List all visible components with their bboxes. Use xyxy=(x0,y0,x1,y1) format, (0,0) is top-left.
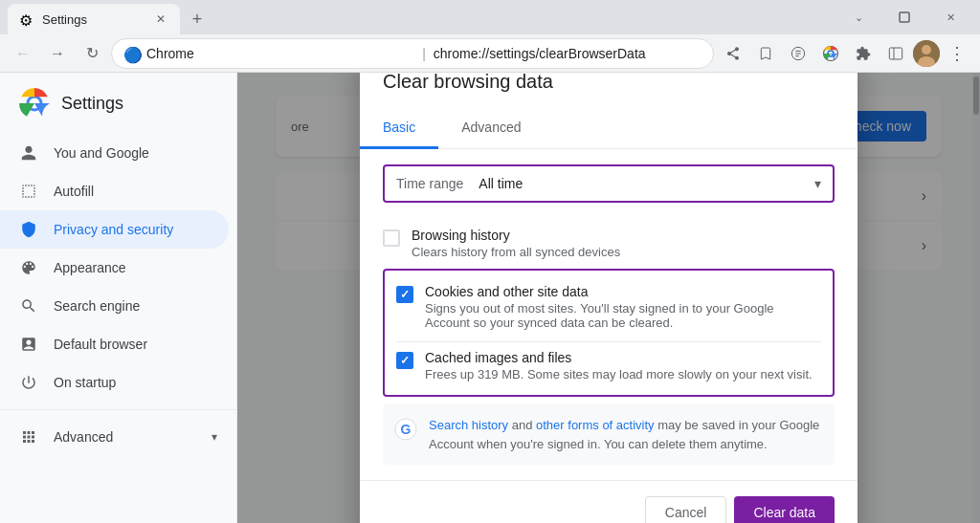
svg-rect-4 xyxy=(889,48,902,59)
sidebar-label-advanced: Advanced xyxy=(54,429,113,445)
cached-text: Cached images and files Frees up 319 MB.… xyxy=(425,350,813,381)
shield-icon xyxy=(19,221,38,238)
modal-title: Clear browsing data xyxy=(383,73,835,93)
clear-data-button[interactable]: Clear data xyxy=(734,496,835,523)
minimize-button[interactable]: ⌄ xyxy=(836,4,880,31)
cookies-checkbox[interactable] xyxy=(396,286,413,303)
time-range-select[interactable]: All time ▾ xyxy=(479,176,821,191)
browsing-history-label: Browsing history xyxy=(412,228,620,243)
cookies-label: Cookies and other site data xyxy=(425,284,821,299)
power-icon xyxy=(19,374,38,391)
default-browser-icon xyxy=(19,336,38,353)
sidebar-header: Settings xyxy=(0,73,236,134)
clear-browsing-data-modal: Clear browsing data Basic Advanced Time … xyxy=(360,73,858,523)
menu-button[interactable]: ⋮ xyxy=(942,38,972,69)
main-content: ore Check now › › xyxy=(237,73,980,523)
title-bar: ⚙ Settings ✕ + ⌄ ✕ xyxy=(0,0,980,34)
sidebar-label-privacy: Privacy and security xyxy=(54,222,173,237)
toolbar: ← → ↻ 🔵 Chrome | chrome://settings/clear… xyxy=(0,34,980,73)
svg-point-6 xyxy=(922,45,931,54)
google-info-text: Search history and other forms of activi… xyxy=(429,416,823,453)
other-activity-link[interactable]: other forms of activity xyxy=(536,418,655,432)
svg-text:G: G xyxy=(401,422,412,437)
browsing-history-desc: Clears history from all synced devices xyxy=(412,245,620,259)
toolbar-actions: ⋮ xyxy=(718,38,972,69)
back-button: ← xyxy=(8,38,38,69)
time-range-value: All time xyxy=(479,176,523,191)
new-tab-button[interactable]: + xyxy=(184,6,211,33)
modal-body: Time range All time ▾ Browsin xyxy=(360,149,858,480)
time-range-inner: Time range All time ▾ xyxy=(385,168,833,199)
tab-basic[interactable]: Basic xyxy=(360,108,438,149)
cached-desc: Frees up 319 MB. Some sites may load mor… xyxy=(425,367,813,381)
sidebar-divider xyxy=(0,409,236,410)
modal-header: Clear browsing data xyxy=(360,73,858,93)
sidebar-label-on-startup: On startup xyxy=(54,375,116,390)
cookies-desc: Signs you out of most sites. You'll stay… xyxy=(425,301,821,330)
checkbox-cookies: Cookies and other site data Signs you ou… xyxy=(396,274,821,342)
profile-avatar[interactable] xyxy=(913,40,940,67)
checkbox-browsing-history: Browsing history Clears history from all… xyxy=(383,218,835,269)
cached-label: Cached images and files xyxy=(425,350,813,365)
restore-button[interactable] xyxy=(882,4,926,31)
cancel-button[interactable]: Cancel xyxy=(645,496,727,523)
sidebar-item-advanced[interactable]: Advanced ▾ xyxy=(0,418,236,456)
address-separator: | xyxy=(422,46,426,61)
sidebar-toggle-button[interactable] xyxy=(880,38,911,69)
expand-advanced-icon: ▾ xyxy=(212,430,217,444)
modal-footer: Cancel Clear data xyxy=(360,480,858,523)
sidebar-item-appearance[interactable]: Appearance xyxy=(0,249,229,287)
sidebar-label-search: Search engine xyxy=(54,298,140,314)
sidebar-label-appearance: Appearance xyxy=(54,260,126,275)
browsing-history-checkbox[interactable] xyxy=(383,229,400,247)
address-bar[interactable]: 🔵 Chrome | chrome://settings/clearBrowse… xyxy=(111,38,714,69)
checkbox-cached: Cached images and files Frees up 319 MB.… xyxy=(396,342,821,391)
share-button[interactable] xyxy=(718,38,748,69)
address-brand: Chrome xyxy=(146,46,414,61)
bookmark-button[interactable] xyxy=(750,38,781,69)
content-area: Settings You and Google Autofill Privacy… xyxy=(0,73,980,523)
settings-sidebar: Settings You and Google Autofill Privacy… xyxy=(0,73,237,523)
cookies-text: Cookies and other site data Signs you ou… xyxy=(425,284,821,330)
advanced-icon xyxy=(19,428,38,446)
chrome-button[interactable] xyxy=(815,38,846,69)
sidebar-label-default-browser: Default browser xyxy=(54,337,147,352)
reload-button[interactable]: ↻ xyxy=(77,38,107,69)
browsing-history-text: Browsing history Clears history from all… xyxy=(412,228,620,259)
sidebar-item-privacy[interactable]: Privacy and security xyxy=(0,210,229,249)
sidebar-label-autofill: Autofill xyxy=(54,184,94,199)
person-icon xyxy=(19,144,38,162)
appearance-icon xyxy=(19,259,38,276)
chrome-logo xyxy=(19,88,50,119)
sidebar-item-autofill[interactable]: Autofill xyxy=(0,172,229,210)
active-tab: ⚙ Settings ✕ xyxy=(8,4,180,34)
dropdown-arrow-icon: ▾ xyxy=(814,176,821,191)
time-range-label: Time range xyxy=(396,176,463,191)
cached-checkbox[interactable] xyxy=(396,352,413,369)
autofill-icon xyxy=(19,183,38,200)
sidebar-item-on-startup[interactable]: On startup xyxy=(0,363,229,402)
window-controls: ⌄ ✕ xyxy=(836,4,972,31)
bordered-checkboxes-group: Cookies and other site data Signs you ou… xyxy=(383,269,835,397)
address-url: chrome://settings/clearBrowserData xyxy=(434,46,702,61)
svg-rect-0 xyxy=(900,12,909,22)
extensions-button[interactable] xyxy=(848,38,879,69)
address-favicon: 🔵 xyxy=(123,46,139,61)
search-history-link[interactable]: Search history xyxy=(429,418,508,432)
search-icon xyxy=(19,297,38,315)
sidebar-item-you-google[interactable]: You and Google xyxy=(0,134,229,172)
tab-close-button[interactable]: ✕ xyxy=(153,11,168,27)
reading-list-button[interactable] xyxy=(783,38,813,69)
tab-advanced[interactable]: Advanced xyxy=(438,108,544,149)
modal-tabs: Basic Advanced xyxy=(360,108,858,149)
google-g-logo: G xyxy=(394,418,417,441)
sidebar-item-search[interactable]: Search engine xyxy=(0,287,229,325)
close-button[interactable]: ✕ xyxy=(928,4,972,31)
modal-overlay: Clear browsing data Basic Advanced Time … xyxy=(237,73,980,523)
sidebar-title: Settings xyxy=(61,94,123,114)
forward-button[interactable]: → xyxy=(42,38,73,69)
tab-favicon: ⚙ xyxy=(19,11,34,27)
sidebar-label-you-google: You and Google xyxy=(54,145,149,161)
browser-frame: ⚙ Settings ✕ + ⌄ ✕ ← → ↻ 🔵 Chrome | chro… xyxy=(0,0,980,523)
sidebar-item-default-browser[interactable]: Default browser xyxy=(0,325,229,363)
